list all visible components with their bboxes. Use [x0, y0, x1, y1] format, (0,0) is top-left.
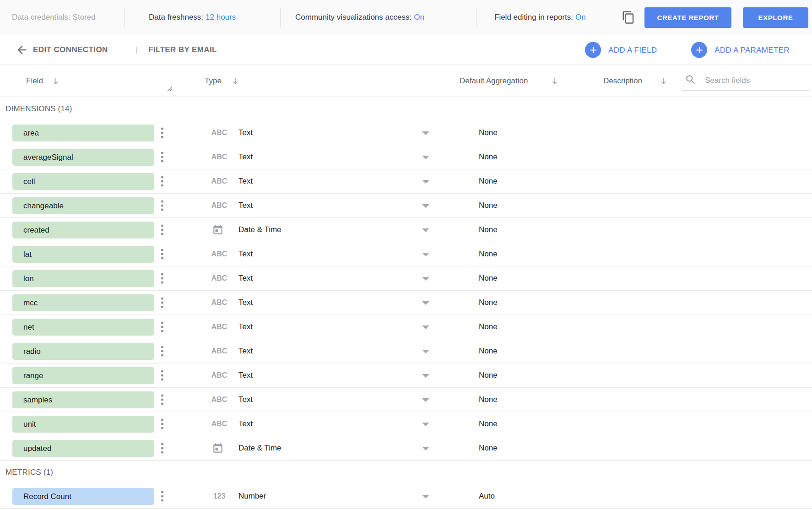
- field-type-select[interactable]: ABC Text: [205, 266, 430, 290]
- divider: |: [135, 45, 138, 54]
- field-options-menu[interactable]: [160, 345, 165, 358]
- field-type-select[interactable]: ABC Text: [205, 194, 430, 217]
- field-name-pill[interactable]: averageSignal: [12, 149, 154, 166]
- field-options-menu[interactable]: [160, 320, 165, 334]
- dropdown-arrow-icon: [422, 204, 429, 208]
- field-type-select[interactable]: ABC Text: [205, 412, 430, 436]
- field-options-menu[interactable]: [160, 175, 165, 188]
- field-row: cell ABC Text None: [0, 169, 812, 194]
- create-report-button[interactable]: CREATE REPORT: [644, 7, 731, 28]
- aggregation-select[interactable]: None: [479, 225, 498, 234]
- search-input[interactable]: [705, 76, 796, 85]
- data-freshness-value[interactable]: 12 hours: [206, 13, 236, 22]
- field-type-select[interactable]: ABC Text: [205, 169, 430, 193]
- aggregation-select[interactable]: None: [479, 128, 498, 137]
- field-options-menu[interactable]: [160, 442, 165, 455]
- column-header-type: Type: [205, 76, 222, 86]
- field-type-select[interactable]: Date & Time: [205, 436, 430, 460]
- aggregation-select[interactable]: None: [479, 298, 498, 307]
- aggregation-select[interactable]: Auto: [479, 492, 495, 501]
- field-options-menu[interactable]: [160, 151, 165, 164]
- field-name: averageSignal: [23, 153, 73, 162]
- field-options-menu[interactable]: [160, 369, 165, 382]
- aggregation-select[interactable]: None: [479, 395, 498, 404]
- dropdown-arrow-icon: [422, 301, 429, 305]
- add-a-parameter-button[interactable]: ADD A PARAMETER: [691, 42, 790, 58]
- field-row: net ABC Text None: [0, 315, 812, 339]
- field-row: range ABC Text None: [0, 364, 812, 388]
- field-type-select[interactable]: Date & Time: [205, 218, 430, 242]
- aggregation-select[interactable]: None: [479, 177, 498, 186]
- community-viz-value[interactable]: On: [414, 13, 424, 22]
- field-name-pill[interactable]: range: [12, 367, 154, 384]
- field-name-pill[interactable]: changeable: [12, 197, 154, 214]
- field-type-select[interactable]: 123 Number: [205, 484, 430, 508]
- field-name-pill[interactable]: net: [12, 319, 154, 336]
- field-type-select[interactable]: ABC Text: [205, 145, 430, 169]
- aggregation-select[interactable]: None: [479, 322, 498, 331]
- field-type-label: Text: [238, 371, 253, 380]
- field-name-pill[interactable]: samples: [12, 391, 154, 408]
- table-header: Field Type Default Aggregation Descripti…: [0, 65, 812, 97]
- column-resize-handle[interactable]: [167, 85, 173, 93]
- field-name-pill[interactable]: lon: [12, 270, 154, 287]
- aggregation-select[interactable]: None: [479, 274, 498, 283]
- field-options-menu[interactable]: [160, 418, 165, 431]
- field-type-select[interactable]: ABC Text: [205, 315, 430, 339]
- aggregation-select[interactable]: None: [479, 250, 498, 259]
- field-options-menu[interactable]: [160, 248, 165, 261]
- edit-connection-button[interactable]: EDIT CONNECTION: [33, 45, 108, 54]
- field-name-pill[interactable]: Record Count: [12, 488, 154, 505]
- copy-icon[interactable]: [622, 11, 635, 24]
- field-row: averageSignal ABC Text None: [0, 145, 812, 169]
- filter-by-email-button[interactable]: FILTER BY EMAIL: [148, 45, 217, 54]
- field-type-select[interactable]: ABC Text: [205, 242, 430, 266]
- field-options-menu[interactable]: [160, 296, 165, 309]
- divider: [280, 8, 281, 27]
- aggregation-select[interactable]: None: [479, 347, 498, 356]
- dropdown-arrow-icon: [422, 350, 429, 353]
- aggregation-select[interactable]: None: [479, 152, 498, 162]
- field-name-pill[interactable]: area: [12, 125, 154, 141]
- field-type-select[interactable]: ABC Text: [205, 364, 430, 387]
- field-options-menu[interactable]: [160, 223, 165, 237]
- field-options-menu[interactable]: [160, 490, 165, 503]
- field-options-menu[interactable]: [160, 272, 165, 285]
- back-arrow-icon[interactable]: [16, 43, 28, 56]
- field-name-pill[interactable]: created: [12, 222, 154, 239]
- field-name-pill[interactable]: cell: [12, 173, 154, 190]
- field-options-menu[interactable]: [160, 126, 165, 140]
- sort-type-icon[interactable]: [231, 76, 240, 86]
- field-name-pill[interactable]: updated: [12, 440, 154, 457]
- field-type-text-icon: ABC: [207, 274, 231, 282]
- aggregation-select[interactable]: None: [479, 419, 498, 429]
- field-name-pill[interactable]: mcc: [12, 294, 154, 311]
- field-editing-value[interactable]: On: [575, 13, 586, 22]
- field-name: range: [23, 371, 43, 380]
- aggregation-select[interactable]: None: [479, 371, 498, 380]
- field-name-pill[interactable]: unit: [12, 416, 154, 433]
- field-name-pill[interactable]: radio: [12, 343, 154, 360]
- field-type-label: Number: [238, 492, 266, 501]
- aggregation-select[interactable]: None: [479, 444, 498, 453]
- field-options-menu[interactable]: [160, 393, 165, 407]
- field-name: updated: [23, 444, 51, 453]
- sort-field-icon[interactable]: [51, 76, 60, 86]
- field-type-select[interactable]: ABC Text: [205, 388, 430, 412]
- explore-button[interactable]: EXPLORE: [743, 7, 808, 28]
- field-name: mcc: [23, 298, 38, 308]
- field-type-select[interactable]: ABC Text: [205, 291, 430, 315]
- sort-aggregation-icon[interactable]: [550, 76, 559, 86]
- sort-description-icon[interactable]: [659, 76, 668, 86]
- field-type-select[interactable]: ABC Text: [205, 339, 430, 363]
- add-a-field-button[interactable]: ADD A FIELD: [585, 42, 657, 58]
- field-options-menu[interactable]: [160, 199, 165, 212]
- field-type-text-icon: ABC: [207, 153, 231, 161]
- data-credentials-label: Data credentials:: [12, 13, 70, 22]
- field-name: lon: [23, 274, 34, 283]
- aggregation-select[interactable]: None: [479, 201, 498, 210]
- field-type-text-icon: 123: [207, 492, 231, 500]
- field-name-pill[interactable]: lat: [12, 246, 154, 263]
- field-type-select[interactable]: ABC Text: [205, 121, 430, 145]
- field-editing-status: Field editing in reports:On: [494, 13, 586, 22]
